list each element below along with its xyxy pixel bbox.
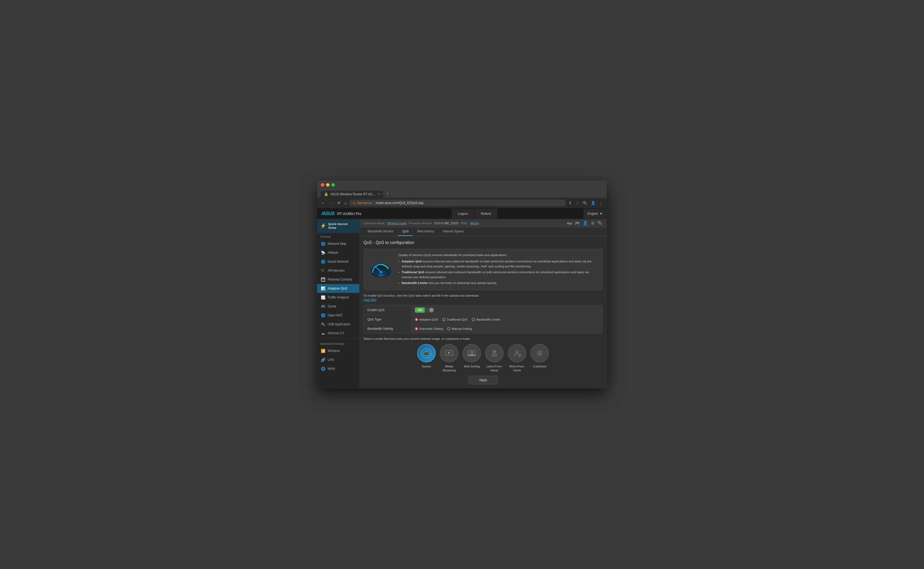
qos-type-radio-group: Adaptive QoS Traditional QoS Bandwidth L… — [415, 318, 500, 321]
mode-card-customize[interactable]: Customize — [531, 344, 549, 372]
traffic-light-close[interactable] — [321, 183, 324, 187]
settings-table: Enable QoS ON — [363, 305, 603, 333]
operation-mode-value[interactable]: Wireless router — [387, 222, 407, 225]
media-streaming-mode-icon: ♪ — [440, 344, 458, 362]
sidebar-item-network-map[interactable]: 🌐 Network Map — [317, 239, 359, 248]
web-surfing-mode-label: Web Surfing — [464, 365, 480, 368]
firmware-label: Firmware Version: — [409, 222, 432, 225]
profile-icon[interactable]: 👤 — [590, 200, 596, 205]
router-header: /ASUS RT-AX86U Pro Logout Reboot English… — [317, 208, 607, 219]
home-button[interactable]: ⌂ — [343, 200, 348, 205]
sidebar-item-lan[interactable]: 🔗 LAN — [317, 355, 359, 364]
mode-card-games[interactable]: Games — [417, 344, 436, 372]
aimesh-icon: 📡 — [320, 251, 326, 255]
router-ui: /ASUS RT-AX86U Pro Logout Reboot English… — [317, 208, 607, 388]
qos-faq-link[interactable]: QoS FAQ — [363, 298, 603, 301]
traditional-qos-text: ensures inbound and outbound bandwidth o… — [402, 271, 589, 278]
tab-internet-speed[interactable]: Internet Speed — [439, 227, 468, 236]
apply-button[interactable]: Apply — [468, 376, 498, 384]
radio-bandwidth-limiter[interactable]: Bandwidth Limiter — [472, 318, 500, 321]
ssid-label: SSID: — [460, 222, 468, 225]
sidebar-item-guest-network[interactable]: 🌐 Guest Network — [317, 257, 359, 266]
toggle-on-label: ON — [415, 307, 425, 313]
guest-network-icon: 🌐 — [320, 260, 326, 264]
sidebar-item-aicloud[interactable]: ☁ AiCloud 2.0 — [317, 329, 359, 338]
radio-manual-setting[interactable]: Manual Setting — [447, 327, 472, 330]
mode-card-work-from-home[interactable]: Work-From-Home — [508, 344, 526, 372]
bookmark-icon[interactable]: ☆ — [575, 200, 580, 205]
language-label: English — [588, 212, 598, 216]
traffic-analyzer-icon: 📈 — [320, 295, 326, 300]
game-icon: 🎮 — [320, 304, 326, 309]
share-icon[interactable]: ⬆ — [568, 200, 573, 205]
quick-internet-setup[interactable]: ⚡ Quick Internet Setup — [317, 219, 359, 233]
learn-from-home-icon-svg — [489, 348, 500, 359]
tab-web-history[interactable]: Web History — [413, 227, 438, 236]
traffic-light-minimize[interactable] — [326, 183, 329, 187]
aiprotection-icon: 🛡 — [320, 268, 326, 273]
network-map-icon: 🌐 — [320, 242, 326, 246]
sidebar-item-wan[interactable]: 🌐 WAN — [317, 364, 359, 373]
svg-marker-12 — [448, 351, 451, 354]
sidebar-item-label: AiMesh — [328, 251, 338, 254]
radio-dot-adaptive — [415, 318, 418, 321]
radio-adaptive-qos[interactable]: Adaptive QoS — [415, 318, 438, 321]
back-button[interactable]: ← — [320, 200, 326, 205]
router-brand: /ASUS RT-AX86U Pro — [317, 208, 366, 219]
sidebar-item-adaptive-qos[interactable]: 📊 Adaptive QoS — [317, 284, 359, 293]
mode-card-learn-from-home[interactable]: Learn-From-Home — [485, 344, 504, 372]
sidebar-item-aimesh[interactable]: 📡 AiMesh — [317, 248, 359, 257]
sidebar-item-label: WAN — [328, 367, 335, 371]
bandwidth-limiter-text: lets you set limits on download and uplo… — [429, 281, 497, 284]
sidebar-item-label: LAN — [328, 358, 334, 362]
browser-titlebar: 🔒 ASUS Wireless Router RT-AX… ✕ + — [317, 181, 607, 198]
quick-setup-label: Quick Internet Setup — [328, 222, 356, 230]
reboot-button[interactable]: Reboot — [475, 209, 497, 219]
sidebar-item-game[interactable]: 🎮 Game — [317, 302, 359, 311]
qos-type-label: QoS Type — [364, 315, 411, 324]
logout-button[interactable]: Logout — [452, 209, 474, 219]
sidebar-item-label: AiCloud 2.0 — [328, 331, 344, 335]
adaptive-qos-title: Adaptive QoS — [402, 260, 421, 263]
address-bar[interactable]: ⚠ Not Secure | router.asus.com/QoS_EZQoS… — [350, 200, 566, 206]
radio-dot-manual — [447, 327, 450, 330]
sidebar-item-wireless[interactable]: 📶 Wireless — [317, 346, 359, 355]
wan-icon: 🌐 — [320, 367, 326, 371]
bandwidth-setting-row: Bandwidth Setting Automatic Setting — [364, 324, 602, 333]
open-nat-icon: 🌐 — [320, 313, 326, 317]
svg-point-8 — [427, 353, 428, 354]
tab-close-icon[interactable]: ✕ — [378, 192, 380, 196]
mode-card-media-streaming[interactable]: ♪ MediaStreaming — [440, 344, 458, 372]
ssid-value[interactable]: Mezha — [470, 222, 479, 225]
reload-button[interactable]: ↺ — [336, 200, 342, 205]
games-icon-svg — [421, 348, 432, 359]
browser-tab-active[interactable]: 🔒 ASUS Wireless Router RT-AX… ✕ — [321, 190, 383, 198]
quick-setup-icon: ⚡ — [320, 223, 326, 229]
parental-controls-icon: 👪 — [320, 277, 326, 281]
mode-card-web-surfing[interactable]: Web Surfing — [462, 344, 481, 372]
radio-traditional-qos[interactable]: Traditional QoS — [442, 318, 468, 321]
sidebar-item-open-nat[interactable]: 🌐 Open NAT — [317, 311, 359, 320]
sidebar-item-parental-controls[interactable]: 👪 Parental Controls — [317, 275, 359, 284]
sidebar-item-usb-application[interactable]: 🔌 USB Application — [317, 320, 359, 329]
sidebar-item-aiprotection[interactable]: 🛡 AiProtection — [317, 266, 359, 275]
learn-from-home-mode-label: Learn-From-Home — [486, 365, 502, 372]
enable-qos-toggle[interactable]: ON — [415, 307, 434, 313]
new-tab-button[interactable]: + — [384, 190, 391, 198]
radio-automatic-setting[interactable]: Automatic Setting — [415, 327, 443, 330]
svg-point-9 — [428, 354, 429, 354]
forward-button[interactable]: → — [328, 200, 334, 205]
extensions-icon[interactable]: 🔌 — [582, 200, 588, 205]
tab-bandwidth-monitor[interactable]: Bandwidth Monitor — [363, 227, 398, 236]
general-section-label: General — [317, 233, 359, 239]
tab-qos[interactable]: QoS — [398, 227, 413, 236]
radio-label-automatic: Automatic Setting — [419, 327, 443, 330]
more-button[interactable]: ⋮ — [598, 200, 604, 205]
page-title: QoS - QoS to configuration — [363, 240, 603, 245]
sidebar-item-label: Open NAT — [328, 313, 342, 317]
svg-point-23 — [539, 353, 540, 354]
language-selector[interactable]: English ▼ — [583, 209, 607, 219]
sidebar-item-traffic-analyzer[interactable]: 📈 Traffic Analyzer — [317, 293, 359, 302]
work-from-home-mode-icon — [508, 344, 526, 362]
traffic-light-maximize[interactable] — [331, 183, 335, 187]
